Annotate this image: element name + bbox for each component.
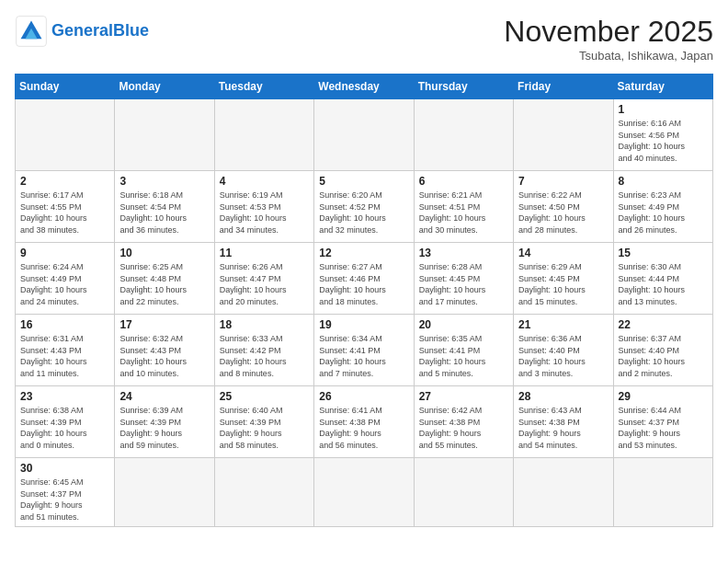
calendar-cell: 20Sunrise: 6:35 AM Sunset: 4:41 PM Dayli… xyxy=(414,315,513,386)
day-info: Sunrise: 6:22 AM Sunset: 4:50 PM Dayligh… xyxy=(518,190,608,236)
calendar-cell: 29Sunrise: 6:44 AM Sunset: 4:37 PM Dayli… xyxy=(613,386,712,458)
calendar-cell: 17Sunrise: 6:32 AM Sunset: 4:43 PM Dayli… xyxy=(115,315,214,386)
logo-general: General xyxy=(51,21,113,40)
calendar-cell xyxy=(314,458,414,527)
calendar-cell: 4Sunrise: 6:19 AM Sunset: 4:53 PM Daylig… xyxy=(214,171,313,243)
day-info: Sunrise: 6:38 AM Sunset: 4:39 PM Dayligh… xyxy=(20,405,109,451)
calendar-cell: 13Sunrise: 6:28 AM Sunset: 4:45 PM Dayli… xyxy=(414,243,513,315)
calendar-cell: 27Sunrise: 6:42 AM Sunset: 4:38 PM Dayli… xyxy=(414,386,513,458)
calendar-cell: 25Sunrise: 6:40 AM Sunset: 4:39 PM Dayli… xyxy=(214,386,313,458)
calendar-week-row: 16Sunrise: 6:31 AM Sunset: 4:43 PM Dayli… xyxy=(16,315,713,386)
day-info: Sunrise: 6:23 AM Sunset: 4:49 PM Dayligh… xyxy=(619,190,708,236)
day-info: Sunrise: 6:32 AM Sunset: 4:43 PM Dayligh… xyxy=(119,333,209,379)
logo: GeneralBlue xyxy=(15,15,149,48)
day-info: Sunrise: 6:24 AM Sunset: 4:49 PM Dayligh… xyxy=(20,261,109,307)
logo-blue: Blue xyxy=(113,21,149,40)
day-info: Sunrise: 6:44 AM Sunset: 4:37 PM Dayligh… xyxy=(619,405,708,451)
calendar-cell xyxy=(214,99,313,171)
calendar-cell: 30Sunrise: 6:45 AM Sunset: 4:37 PM Dayli… xyxy=(16,458,115,527)
calendar-week-row: 30Sunrise: 6:45 AM Sunset: 4:37 PM Dayli… xyxy=(16,458,713,527)
day-number: 18 xyxy=(220,318,309,331)
calendar-cell: 28Sunrise: 6:43 AM Sunset: 4:38 PM Dayli… xyxy=(514,386,613,458)
calendar-cell: 5Sunrise: 6:20 AM Sunset: 4:52 PM Daylig… xyxy=(314,171,414,243)
day-number: 23 xyxy=(20,390,109,403)
calendar-header: SundayMondayTuesdayWednesdayThursdayFrid… xyxy=(16,75,713,99)
calendar-cell: 8Sunrise: 6:23 AM Sunset: 4:49 PM Daylig… xyxy=(613,171,712,243)
day-info: Sunrise: 6:20 AM Sunset: 4:52 PM Dayligh… xyxy=(319,190,408,236)
weekday-header-wednesday: Wednesday xyxy=(314,75,414,99)
calendar-cell xyxy=(214,458,313,527)
day-number: 26 xyxy=(319,390,408,403)
calendar-cell: 22Sunrise: 6:37 AM Sunset: 4:40 PM Dayli… xyxy=(613,315,712,386)
calendar-cell: 21Sunrise: 6:36 AM Sunset: 4:40 PM Dayli… xyxy=(514,315,613,386)
calendar-cell xyxy=(514,458,613,527)
calendar-cell: 3Sunrise: 6:18 AM Sunset: 4:54 PM Daylig… xyxy=(115,171,214,243)
day-info: Sunrise: 6:40 AM Sunset: 4:39 PM Dayligh… xyxy=(220,405,309,451)
day-number: 11 xyxy=(220,247,309,259)
day-info: Sunrise: 6:41 AM Sunset: 4:38 PM Dayligh… xyxy=(319,405,408,451)
calendar-cell: 18Sunrise: 6:33 AM Sunset: 4:42 PM Dayli… xyxy=(214,315,313,386)
day-number: 28 xyxy=(518,390,608,403)
calendar-cell: 6Sunrise: 6:21 AM Sunset: 4:51 PM Daylig… xyxy=(414,171,513,243)
day-number: 30 xyxy=(20,462,109,475)
calendar-cell: 26Sunrise: 6:41 AM Sunset: 4:38 PM Dayli… xyxy=(314,386,414,458)
day-number: 6 xyxy=(419,175,508,188)
day-number: 9 xyxy=(20,247,109,259)
day-info: Sunrise: 6:17 AM Sunset: 4:55 PM Dayligh… xyxy=(20,190,109,236)
weekday-header-friday: Friday xyxy=(514,75,613,99)
day-info: Sunrise: 6:21 AM Sunset: 4:51 PM Dayligh… xyxy=(419,190,508,236)
day-number: 2 xyxy=(20,175,109,188)
calendar-cell: 2Sunrise: 6:17 AM Sunset: 4:55 PM Daylig… xyxy=(16,171,115,243)
day-number: 10 xyxy=(119,247,209,259)
day-number: 29 xyxy=(619,390,708,403)
day-info: Sunrise: 6:39 AM Sunset: 4:39 PM Dayligh… xyxy=(119,405,209,451)
calendar-cell: 14Sunrise: 6:29 AM Sunset: 4:45 PM Dayli… xyxy=(514,243,613,315)
calendar-week-row: 1Sunrise: 6:16 AM Sunset: 4:56 PM Daylig… xyxy=(16,99,713,171)
day-info: Sunrise: 6:19 AM Sunset: 4:53 PM Dayligh… xyxy=(220,190,309,236)
day-info: Sunrise: 6:35 AM Sunset: 4:41 PM Dayligh… xyxy=(419,333,508,379)
logo-icon xyxy=(15,15,48,48)
day-number: 27 xyxy=(419,390,508,403)
day-info: Sunrise: 6:45 AM Sunset: 4:37 PM Dayligh… xyxy=(20,477,109,523)
header: GeneralBlue November 2025 Tsubata, Ishik… xyxy=(15,15,713,63)
weekday-header-tuesday: Tuesday xyxy=(214,75,313,99)
day-info: Sunrise: 6:26 AM Sunset: 4:47 PM Dayligh… xyxy=(220,261,309,307)
day-info: Sunrise: 6:25 AM Sunset: 4:48 PM Dayligh… xyxy=(119,261,209,307)
day-info: Sunrise: 6:30 AM Sunset: 4:44 PM Dayligh… xyxy=(619,261,708,307)
day-number: 15 xyxy=(619,247,708,259)
calendar-cell: 10Sunrise: 6:25 AM Sunset: 4:48 PM Dayli… xyxy=(115,243,214,315)
calendar-cell xyxy=(16,99,115,171)
logo-text: GeneralBlue xyxy=(51,22,149,40)
calendar-week-row: 9Sunrise: 6:24 AM Sunset: 4:49 PM Daylig… xyxy=(16,243,713,315)
day-number: 25 xyxy=(220,390,309,403)
day-number: 5 xyxy=(319,175,408,188)
calendar-cell xyxy=(115,458,214,527)
day-number: 22 xyxy=(619,318,708,331)
title-area: November 2025 Tsubata, Ishikawa, Japan xyxy=(504,15,713,63)
day-info: Sunrise: 6:18 AM Sunset: 4:54 PM Dayligh… xyxy=(119,190,209,236)
calendar-cell: 19Sunrise: 6:34 AM Sunset: 4:41 PM Dayli… xyxy=(314,315,414,386)
day-number: 14 xyxy=(518,247,608,259)
calendar-cell xyxy=(314,99,414,171)
calendar-cell xyxy=(414,99,513,171)
day-number: 19 xyxy=(319,318,408,331)
day-number: 7 xyxy=(518,175,608,188)
day-number: 8 xyxy=(619,175,708,188)
day-number: 16 xyxy=(20,318,109,331)
calendar-cell xyxy=(115,99,214,171)
day-info: Sunrise: 6:37 AM Sunset: 4:40 PM Dayligh… xyxy=(619,333,708,379)
weekday-header-saturday: Saturday xyxy=(613,75,712,99)
calendar-cell: 24Sunrise: 6:39 AM Sunset: 4:39 PM Dayli… xyxy=(115,386,214,458)
day-number: 17 xyxy=(119,318,209,331)
day-number: 21 xyxy=(518,318,608,331)
day-number: 20 xyxy=(419,318,508,331)
calendar-week-row: 2Sunrise: 6:17 AM Sunset: 4:55 PM Daylig… xyxy=(16,171,713,243)
day-info: Sunrise: 6:29 AM Sunset: 4:45 PM Dayligh… xyxy=(518,261,608,307)
day-number: 12 xyxy=(319,247,408,259)
calendar-cell: 12Sunrise: 6:27 AM Sunset: 4:46 PM Dayli… xyxy=(314,243,414,315)
day-info: Sunrise: 6:28 AM Sunset: 4:45 PM Dayligh… xyxy=(419,261,508,307)
day-number: 1 xyxy=(619,103,708,116)
weekday-header-monday: Monday xyxy=(115,75,214,99)
day-number: 3 xyxy=(119,175,209,188)
calendar-body: 1Sunrise: 6:16 AM Sunset: 4:56 PM Daylig… xyxy=(16,99,713,527)
